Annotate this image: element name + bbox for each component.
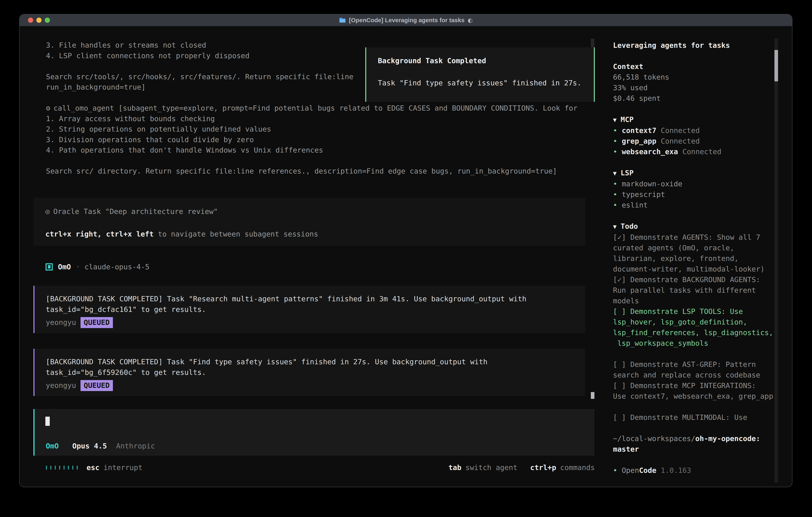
terminal-content: 3. File handles or streams not closed 4.… — [20, 26, 792, 487]
background-task-message: [BACKGROUND TASK COMPLETED] Task "Find t… — [33, 349, 585, 396]
ctrlp-key-hint: ctrl+p — [530, 463, 556, 472]
prompt-input[interactable]: OmO Opus 4.5 Anthropic — [33, 409, 594, 456]
window-title-text: [OpenCode] Leveraging agents for tasks — [349, 17, 465, 24]
tool-call-header: ⚙call_omo_agent [subagent_type=explore, … — [46, 103, 577, 113]
bullet-icon: • — [613, 147, 617, 156]
lsp-item: •eslint — [613, 200, 773, 210]
oracle-task-text: Oracle Task "Deep architecture review" — [53, 207, 218, 216]
bullet-icon: • — [613, 137, 617, 145]
toast-body: Task "Find type safety issues" finished … — [378, 79, 594, 87]
context-spent: $0.46 spent — [613, 93, 773, 104]
todo-item-done: [✓] Demonstrate AGENTS: Show all 7 curat… — [613, 232, 773, 274]
toast-title: Background Task Completed — [378, 57, 594, 65]
esc-key-hint: esc — [87, 463, 99, 472]
oracle-hint: ctrl+x right, ctrl+x left to navigate be… — [46, 230, 585, 238]
tool-call-line: 3. Division operations that could divide… — [46, 135, 577, 145]
task-user: yeongyu — [46, 317, 76, 328]
chevron-down-icon: ▼ — [613, 170, 617, 177]
oracle-task-box: ◎Oracle Task "Deep architecture review" … — [33, 198, 585, 246]
oracle-hint-text: to navigate between subagent sessions — [154, 230, 318, 238]
minimize-button[interactable] — [36, 18, 41, 23]
esc-key-label: interrupt — [104, 463, 142, 472]
input-agent: OmO — [46, 442, 59, 450]
separator-dot: · — [76, 263, 80, 271]
bullet-icon: • — [613, 466, 617, 474]
text-cursor — [46, 417, 50, 426]
bullet-icon: • — [613, 201, 617, 209]
tool-call-line — [46, 156, 577, 166]
lsp-section-heading[interactable]: ▼LSP — [613, 167, 773, 179]
background-task-toast: Background Task Completed Task "Find typ… — [365, 47, 595, 102]
tool-call-header-text: call_omo_agent [subagent_type=explore, p… — [54, 104, 578, 112]
agent-name: OmO — [58, 263, 71, 271]
bullet-icon: • — [613, 180, 617, 188]
workspace-path: ~/local-workspaces/oh-my-opencode: — [613, 433, 773, 444]
chevron-down-icon: ▼ — [613, 116, 617, 124]
chevron-down-icon: ▼ — [613, 223, 617, 230]
omo-agent-icon — [46, 263, 53, 271]
task-message-line: task_id="bg_dcfac161" to get results. — [46, 304, 585, 315]
half-moon-icon: ◐ — [468, 17, 472, 24]
sidebar-content: Leveraging agents for tasks Context 66,5… — [613, 40, 773, 475]
session-title: Leveraging agents for tasks — [613, 40, 773, 51]
context-tokens: 66,518 tokens — [613, 72, 773, 82]
lsp-item: •markdown-oxide — [613, 179, 773, 189]
input-meta: OmO Opus 4.5 Anthropic — [46, 442, 155, 450]
screen: [OpenCode] Leveraging agents for tasks ◐… — [0, 0, 812, 517]
context-used: 33% used — [613, 82, 773, 93]
tool-call-line: Search src/ directory. Return specific f… — [46, 166, 577, 176]
titlebar: [OpenCode] Leveraging agents for tasks ◐ — [20, 15, 792, 26]
todo-item-pending: [ ] Demonstrate MULTIMODAL: Use — [613, 412, 773, 423]
opencode-version: •OpenCode1.0.163 — [613, 465, 773, 475]
spinner-icon — [46, 466, 78, 470]
todo-item-pending: [ ] Demonstrate MCP INTEGRATIONS: Use co… — [613, 380, 773, 402]
lsp-item: •typescript — [613, 189, 773, 200]
gear-icon: ⚙ — [46, 104, 50, 112]
folder-icon — [339, 18, 346, 23]
oracle-hint-keys: ctrl+x right, ctrl+x left — [46, 230, 154, 238]
mcp-item: •context7Connected — [613, 125, 773, 136]
task-user: yeongyu — [46, 380, 76, 391]
app-window: [OpenCode] Leveraging agents for tasks ◐… — [19, 14, 792, 487]
statusbar-right: tab switch agent ctrl+p commands — [448, 463, 595, 472]
tool-call-line: 2. String operations on potentially unde… — [46, 124, 577, 135]
mcp-item: •grep_appConnected — [613, 136, 773, 146]
input-provider: Anthropic — [116, 442, 155, 450]
tab-key-hint: tab — [448, 463, 461, 472]
task-message-line: [BACKGROUND TASK COMPLETED] Task "Find t… — [46, 357, 585, 367]
todo-item-pending: [ ] Demonstrate AST-GREP: Pattern search… — [613, 359, 773, 380]
bullet-icon: • — [613, 190, 617, 198]
statusbar-left: esc interrupt — [46, 463, 142, 472]
todo-section-heading[interactable]: ▼Todo — [613, 221, 773, 232]
tool-call-line: 1. Array access without bounds checking — [46, 113, 577, 124]
sidebar-scrollbar-thumb[interactable] — [775, 50, 778, 81]
status-badge: QUEUED — [81, 380, 113, 391]
mcp-section-heading[interactable]: ▼MCP — [613, 114, 773, 125]
todo-item-done: [✓] Demonstrate BACKGROUND AGENTS: Run p… — [613, 274, 773, 306]
context-heading: Context — [613, 61, 773, 72]
tab-key-label: switch agent — [465, 463, 517, 472]
agent-model: claude-opus-4-5 — [85, 263, 149, 271]
status-badge: QUEUED — [81, 317, 113, 328]
ctrlp-key-label: commands — [560, 463, 595, 472]
task-meta: yeongyu QUEUED — [46, 317, 585, 328]
zoom-button[interactable] — [45, 18, 50, 23]
background-task-message: [BACKGROUND TASK COMPLETED] Task "Resear… — [33, 286, 585, 333]
mcp-item: •websearch_exaConnected — [613, 146, 773, 157]
session-sidebar: Leveraging agents for tasks Context 66,5… — [601, 26, 792, 487]
close-button[interactable] — [28, 18, 33, 23]
task-message-line: task_id="bg_6f59260c" to get results. — [46, 367, 585, 378]
main-scrollbar-thumb[interactable] — [591, 392, 594, 399]
tool-call-line: 4. Path operations that don't handle Win… — [46, 145, 577, 156]
workspace-branch: master — [613, 444, 773, 455]
task-message-line: [BACKGROUND TASK COMPLETED] Task "Resear… — [46, 294, 585, 304]
task-meta: yeongyu QUEUED — [46, 380, 585, 391]
traffic-lights — [28, 15, 50, 26]
window-title: [OpenCode] Leveraging agents for tasks ◐ — [339, 17, 473, 24]
agent-header: OmO · claude-opus-4-5 — [46, 263, 149, 271]
todo-item-in-progress: [ ] Demonstrate LSP TOOLS: Use lsp_hover… — [613, 306, 773, 349]
sidebar-scrollbar-track[interactable] — [775, 38, 778, 483]
oracle-icon: ◎ — [46, 207, 50, 216]
oracle-task-label: ◎Oracle Task "Deep architecture review" — [46, 207, 585, 216]
bullet-icon: • — [613, 126, 617, 135]
